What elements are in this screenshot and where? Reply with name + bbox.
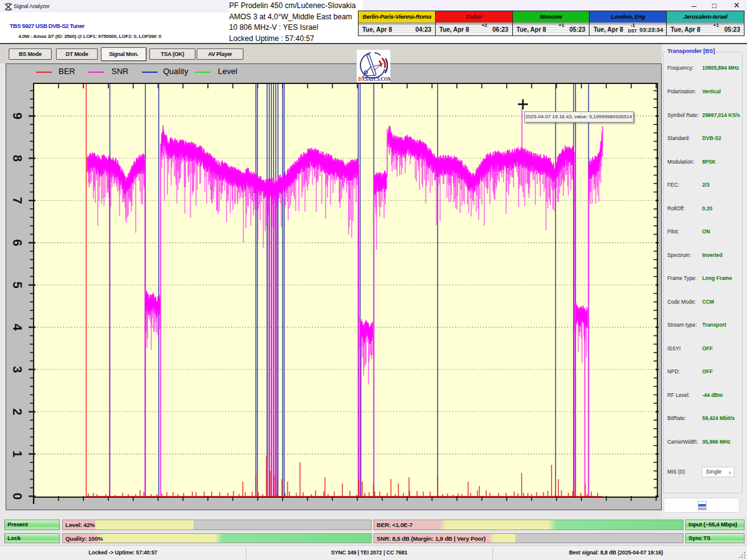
svg-text:DXSATCS.COM: DXSATCS.COM [359, 77, 391, 82]
